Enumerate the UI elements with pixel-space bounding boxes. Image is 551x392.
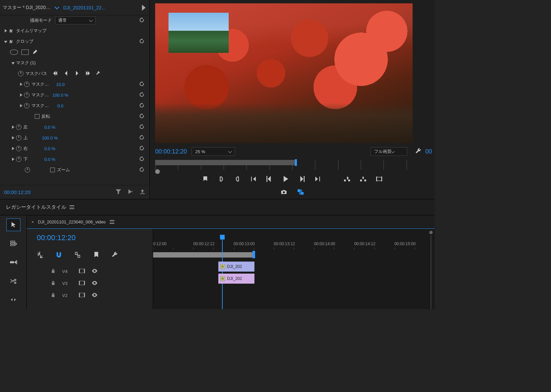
- snap-split-icon[interactable]: [37, 252, 43, 259]
- timeline-ruler[interactable]: 0:12:00 00:00:12:12 00:00:13:00 00:00:13…: [153, 241, 435, 255]
- stopwatch-icon[interactable]: [25, 167, 30, 173]
- crop-left-value[interactable]: 0.0 %: [44, 125, 122, 130]
- crop-top-value[interactable]: 100.0 %: [42, 135, 125, 140]
- camera-icon[interactable]: [281, 189, 287, 196]
- reset-icon[interactable]: [139, 38, 149, 45]
- wrench-icon[interactable]: [96, 71, 101, 77]
- slip-tool[interactable]: [7, 294, 20, 306]
- clip-v3[interactable]: fx DJI_202: [218, 262, 254, 272]
- stopwatch-icon[interactable]: [24, 92, 29, 98]
- hamburger-icon[interactable]: [110, 220, 114, 224]
- sequence-tab[interactable]: × DJI_20201101_223040_006_video: [27, 215, 435, 229]
- timeline-tracks-area[interactable]: 0:12:00 00:00:12:12 00:00:13:00 00:00:13…: [153, 229, 435, 309]
- toggle-output-icon[interactable]: [79, 269, 85, 274]
- reset-icon[interactable]: [139, 81, 149, 88]
- zoom-checkbox[interactable]: [50, 168, 55, 172]
- pen-mask-button[interactable]: [32, 49, 38, 56]
- reset-icon[interactable]: [139, 134, 149, 141]
- marker-icon[interactable]: [93, 252, 100, 259]
- go-to-out-icon[interactable]: [315, 176, 321, 183]
- crop-right-value[interactable]: 0.0 %: [44, 146, 122, 151]
- toggle-output-icon[interactable]: [79, 293, 85, 298]
- mark-in-icon[interactable]: [218, 176, 224, 183]
- monitor-ruler[interactable]: [155, 160, 429, 173]
- chevron-down-icon[interactable]: [54, 4, 59, 9]
- rect-mask-button[interactable]: [21, 50, 29, 55]
- blend-mode-dropdown[interactable]: 通常: [55, 16, 95, 24]
- eye-icon[interactable]: [92, 293, 98, 298]
- razor-tool[interactable]: [7, 275, 20, 287]
- export-icon[interactable]: [139, 189, 145, 196]
- mark-out-icon[interactable]: [234, 176, 240, 183]
- invert-checkbox[interactable]: [35, 114, 39, 119]
- reset-icon[interactable]: [139, 17, 149, 24]
- go-to-in-icon[interactable]: [250, 176, 256, 183]
- crop-bottom-value[interactable]: 0.0 %: [44, 157, 122, 162]
- lock-icon[interactable]: [51, 281, 56, 286]
- clip-v2[interactable]: fx DJI_202: [218, 274, 254, 284]
- prev-keyframe-group-icon[interactable]: [53, 71, 58, 77]
- reset-icon[interactable]: [139, 113, 149, 120]
- comparison-view-icon[interactable]: [297, 189, 304, 196]
- fx-crop-row[interactable]: fx クロップ: [0, 36, 149, 47]
- mask-feather-value[interactable]: 10.0: [56, 82, 131, 87]
- mask-opacity-value[interactable]: 100.0 %: [52, 93, 135, 98]
- monitor-timecode[interactable]: 00:00:12:20: [155, 148, 187, 155]
- export-frame-icon[interactable]: [376, 176, 382, 183]
- linked-selection-icon[interactable]: [74, 252, 81, 259]
- zoom-dropdown[interactable]: 25 %: [192, 147, 235, 156]
- play-icon[interactable]: [283, 176, 289, 183]
- extract-icon[interactable]: [360, 176, 366, 183]
- fx-timecode[interactable]: 00:00:12:20: [4, 189, 30, 195]
- playhead-handle[interactable]: [295, 159, 297, 166]
- mark-icon[interactable]: [202, 176, 208, 183]
- ellipse-mask-button[interactable]: [10, 50, 18, 55]
- legacy-title-styles-panel[interactable]: レガシータイトルスタイル: [0, 199, 435, 215]
- timeline-timecode[interactable]: 00:00:12:20: [27, 229, 153, 242]
- stopwatch-icon[interactable]: [16, 146, 21, 151]
- play-only-icon[interactable]: [127, 189, 133, 196]
- stopwatch-icon[interactable]: [16, 157, 21, 162]
- mask-row[interactable]: マスク (1): [0, 58, 149, 68]
- ripple-edit-tool[interactable]: [7, 256, 20, 268]
- step-forward-icon[interactable]: [299, 176, 305, 183]
- stopwatch-icon[interactable]: [24, 82, 29, 87]
- selection-tool[interactable]: [7, 219, 20, 231]
- wrench-icon[interactable]: [415, 148, 422, 156]
- track-select-tool[interactable]: [7, 237, 20, 250]
- wrench-icon[interactable]: [112, 252, 118, 259]
- lock-icon[interactable]: [51, 269, 56, 274]
- vertical-zoom-bar[interactable]: [429, 231, 433, 309]
- stopwatch-icon[interactable]: [18, 71, 23, 76]
- reset-icon[interactable]: [139, 124, 149, 131]
- track-v3[interactable]: V3: [27, 277, 153, 289]
- stopwatch-icon[interactable]: [16, 135, 21, 140]
- toggle-output-icon[interactable]: [79, 281, 85, 286]
- zoom-handle[interactable]: [429, 231, 433, 234]
- lock-icon[interactable]: [51, 293, 56, 298]
- reset-icon[interactable]: [139, 102, 149, 109]
- fx-tab-master[interactable]: マスター * DJI_2020…: [3, 5, 50, 11]
- next-keyframe-group-icon[interactable]: [85, 71, 90, 77]
- close-icon[interactable]: ×: [31, 219, 34, 224]
- work-area-bar[interactable]: [153, 252, 253, 258]
- hamburger-icon[interactable]: [70, 205, 74, 209]
- reset-icon[interactable]: [139, 92, 149, 99]
- reset-icon[interactable]: [139, 156, 149, 163]
- eye-icon[interactable]: [92, 269, 98, 274]
- mask-expansion-value[interactable]: 0.0: [57, 103, 130, 108]
- stopwatch-icon[interactable]: [16, 124, 21, 130]
- quality-dropdown[interactable]: フル画質: [370, 147, 407, 156]
- fx-tab-clip[interactable]: DJI_20201101_22…: [63, 5, 106, 10]
- track-v4[interactable]: V4: [27, 265, 153, 277]
- fx-time-remap-row[interactable]: fx タイムリマップ: [0, 25, 149, 36]
- preview-canvas[interactable]: [155, 3, 413, 143]
- lift-icon[interactable]: [344, 176, 350, 183]
- next-arrow-icon[interactable]: [141, 5, 147, 11]
- reset-icon[interactable]: [139, 145, 149, 152]
- eye-icon[interactable]: [92, 281, 98, 286]
- stopwatch-icon[interactable]: [24, 103, 29, 108]
- magnet-icon[interactable]: [56, 252, 62, 259]
- work-area-handle[interactable]: [252, 251, 255, 258]
- next-keyframe-icon[interactable]: [75, 71, 79, 77]
